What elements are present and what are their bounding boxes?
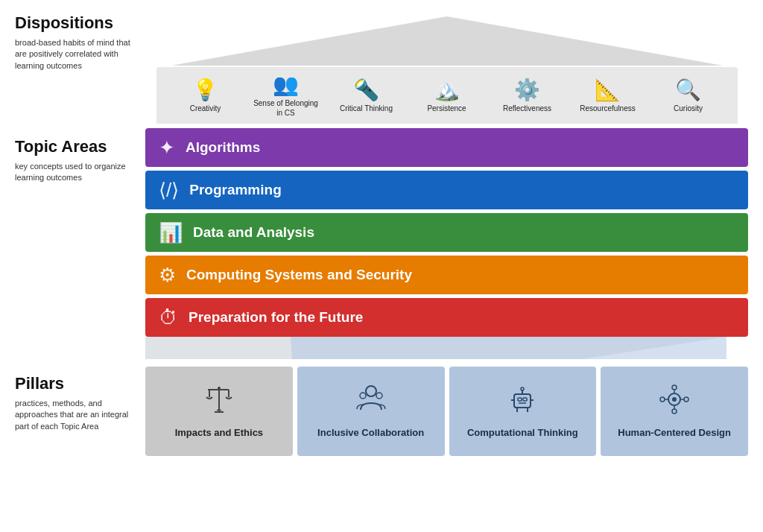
svg-point-11 (360, 393, 366, 399)
svg-point-5 (218, 387, 221, 390)
disposition-icon-curiosity: 🔍 (675, 80, 701, 101)
topic-bar-label-data: Data and Analysis (193, 224, 314, 241)
pillar-label-computational-thinking: Computational Thinking (467, 426, 578, 440)
disposition-label-sense-of-belonging: Sense of Belonging in CS (250, 98, 321, 118)
disposition-item-sense-of-belonging: 👥 Sense of Belonging in CS (250, 75, 321, 118)
dispositions-visual: 💡 Creativity 👥 Sense of Belonging in CS … (145, 13, 748, 124)
pillar-box-impacts-ethics: Impacts and Ethics (145, 367, 293, 456)
topic-bar-label-future: Preparation for the Future (189, 309, 363, 326)
disposition-icon-resourcefulness: 📐 (595, 80, 621, 101)
topic-bar-icon-computing: ⚙ (159, 264, 176, 287)
dispositions-section: Dispositions broad-based habits of mind … (15, 13, 748, 124)
pillar-box-computational-thinking: Computational Thinking (449, 367, 597, 456)
topic-bar-programming: ⟨/⟩ Programming (145, 171, 748, 209)
svg-point-25 (672, 385, 677, 390)
pillar-label-impacts-ethics: Impacts and Ethics (175, 426, 263, 440)
topic-bar-future: ⏱ Preparation for the Future (145, 298, 748, 337)
topic-bar-label-computing: Computing Systems and Security (186, 267, 412, 283)
disposition-item-critical-thinking: 🔦 Critical Thinking (331, 80, 402, 113)
roof-wrapper: 💡 Creativity 👥 Sense of Belonging in CS … (156, 13, 738, 124)
connector-svg-wrapper (145, 337, 726, 362)
dispositions-label-area: Dispositions broad-based habits of mind … (15, 13, 145, 72)
disposition-label-persistence: Persistence (427, 104, 466, 113)
disposition-item-resourcefulness: 📐 Resourcefulness (572, 80, 643, 113)
disposition-item-persistence: 🏔️ Persistence (411, 80, 482, 113)
pillar-label-human-centered-design: Human-Centered Design (618, 426, 731, 440)
dispositions-description: broad-based habits of mind that are posi… (15, 37, 138, 72)
topic-bar-computing: ⚙ Computing Systems and Security (145, 256, 748, 294)
topic-bar-label-algorithms: Algorithms (186, 139, 260, 156)
svg-marker-2 (291, 337, 726, 359)
pillar-icon-impacts-ethics (203, 384, 235, 420)
topic-bar-icon-algorithms: ✦ (159, 136, 175, 159)
roof-triangle-svg (156, 13, 738, 67)
pillar-icon-computational-thinking (507, 384, 538, 420)
svg-point-24 (672, 397, 677, 402)
pillars-visual: Impacts and Ethics Inclusive Collaborati… (145, 367, 748, 456)
pillar-label-inclusive-collaboration: Inclusive Collaboration (317, 426, 424, 440)
topic-bar-label-programming: Programming (189, 182, 282, 198)
pillars-description: practices, methods, and approaches that … (15, 398, 138, 432)
topic-bar-icon-future: ⏱ (159, 306, 178, 329)
svg-rect-13 (514, 394, 531, 408)
dispositions-heading: Dispositions (15, 13, 138, 33)
pillar-icon-human-centered-design (659, 384, 690, 420)
topic-bar-data: 📊 Data and Analysis (145, 213, 748, 252)
svg-point-17 (521, 387, 524, 390)
topic-bar-icon-data: 📊 (159, 221, 183, 244)
pillar-box-human-centered-design: Human-Centered Design (601, 367, 748, 456)
topic-areas-description: key concepts used to organize learning o… (15, 161, 138, 184)
svg-rect-15 (523, 398, 527, 401)
pillars-heading: Pillars (15, 374, 138, 393)
disposition-label-resourcefulness: Resourcefulness (580, 104, 635, 113)
topic-areas-heading: Topic Areas (15, 137, 138, 156)
pillars-section: Pillars practices, methods, and approach… (15, 367, 748, 456)
topic-areas-label-area: Topic Areas key concepts used to organiz… (15, 128, 145, 184)
topic-bar-icon-programming: ⟨/⟩ (159, 179, 179, 202)
svg-point-27 (660, 397, 665, 402)
topic-bars-container: ✦ Algorithms ⟨/⟩ Programming 📊 Data and … (145, 128, 748, 337)
pillar-box-inclusive-collaboration: Inclusive Collaboration (297, 367, 445, 456)
connector-row-wrapper (15, 337, 748, 362)
disposition-item-creativity: 💡 Creativity (170, 80, 241, 113)
disposition-label-creativity: Creativity (190, 104, 221, 113)
dispositions-body: 💡 Creativity 👥 Sense of Belonging in CS … (156, 67, 738, 124)
disposition-icon-persistence: 🏔️ (434, 80, 460, 101)
pillar-icon-inclusive-collaboration (355, 384, 387, 420)
page-container: Dispositions broad-based habits of mind … (0, 0, 763, 532)
disposition-icon-critical-thinking: 🔦 (353, 80, 379, 101)
svg-point-26 (672, 409, 677, 414)
svg-rect-14 (518, 398, 522, 401)
topic-bar-algorithms: ✦ Algorithms (145, 128, 748, 167)
svg-point-28 (684, 397, 688, 402)
svg-point-10 (366, 386, 376, 396)
svg-marker-0 (171, 16, 723, 66)
disposition-item-reflectiveness: ⚙️ Reflectiveness (492, 80, 563, 113)
connector-spacer (15, 337, 145, 362)
disposition-icon-reflectiveness: ⚙️ (514, 80, 540, 101)
connector-trapezoid-svg (145, 337, 726, 359)
disposition-label-critical-thinking: Critical Thinking (340, 104, 393, 113)
disposition-label-reflectiveness: Reflectiveness (503, 104, 551, 113)
topic-areas-section: Topic Areas key concepts used to organiz… (15, 128, 748, 337)
svg-point-12 (376, 393, 382, 399)
disposition-label-curiosity: Curiosity (674, 104, 703, 113)
disposition-icon-sense-of-belonging: 👥 (273, 75, 299, 95)
disposition-icon-creativity: 💡 (192, 80, 218, 101)
pillars-label-area: Pillars practices, methods, and approach… (15, 367, 145, 432)
disposition-item-curiosity: 🔍 Curiosity (653, 80, 724, 113)
